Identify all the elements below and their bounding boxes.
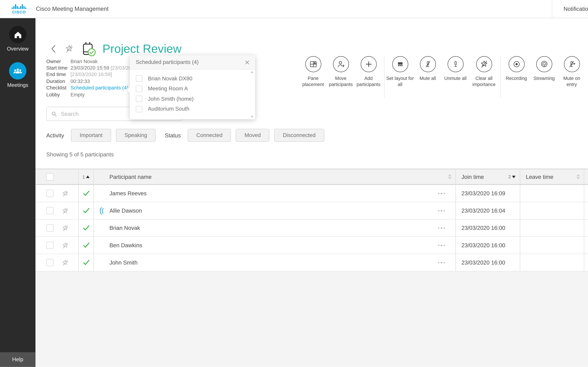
meeting-importance-toggle[interactable]: [64, 44, 74, 54]
scheduled-participant-name: Meeting Room A: [148, 86, 188, 92]
sidebar: Overview Meetings Help: [0, 18, 35, 367]
connected-check-icon: [83, 260, 89, 265]
importance-toggle-icon[interactable]: [61, 224, 69, 232]
top-bar: CISCO Cisco Meeting Management Notificat…: [0, 0, 588, 18]
participant-checkbox[interactable]: [136, 106, 142, 112]
help-button[interactable]: Help: [0, 352, 35, 367]
mute-on-entry-button[interactable]: Mute on entry: [558, 56, 586, 87]
sort-toggle-icon[interactable]: [577, 174, 580, 179]
pane-placement-button[interactable]: Pane placement: [299, 56, 327, 87]
participant-name: Brian Novak: [109, 225, 140, 231]
table-row: Ben Dawkins 23/03/2020 16:00: [35, 237, 588, 254]
participant-name: James Reeves: [109, 190, 146, 197]
participants-summary: Showing 5 of 5 participants: [46, 151, 114, 158]
row-checkbox[interactable]: [46, 242, 54, 249]
mic-muted-icon: [423, 59, 432, 69]
chevron-left-icon: [50, 44, 58, 54]
row-menu-button[interactable]: [438, 210, 445, 211]
set-layout-for-all-button[interactable]: Set layout for all: [386, 56, 414, 87]
row-checkbox[interactable]: [46, 190, 54, 197]
filter-connected-button[interactable]: Connected: [188, 129, 231, 142]
clear-all-importance-button[interactable]: Clear all importance: [469, 56, 499, 87]
app-root: CISCO Cisco Meeting Management Notificat…: [0, 0, 588, 367]
search-icon: [51, 110, 57, 117]
participant-checkbox[interactable]: [136, 75, 142, 82]
streaming-button[interactable]: Streaming: [530, 56, 558, 81]
unmute-all-button[interactable]: Unmute all: [442, 56, 469, 81]
filter-speaking-button[interactable]: Speaking: [116, 129, 156, 142]
sidebar-item-overview[interactable]: Overview: [0, 26, 35, 52]
sidebar-item-meetings[interactable]: Meetings: [0, 62, 35, 88]
leave-time-column-header[interactable]: Leave time: [520, 169, 584, 184]
join-time-column-header[interactable]: Join time 2: [455, 169, 520, 184]
row-menu-button[interactable]: [438, 262, 445, 263]
scheduled-participant-name: John Smith (home): [148, 96, 194, 102]
row-checkbox[interactable]: [46, 224, 54, 232]
participant-name: John Smith: [109, 259, 137, 266]
sort-toggle-icon[interactable]: [448, 174, 452, 179]
filter-important-button[interactable]: Important: [71, 129, 111, 142]
connected-check-icon: [83, 242, 89, 248]
cisco-logo: CISCO: [12, 4, 26, 14]
participant-name-column-header[interactable]: Participant name: [93, 169, 455, 184]
detail-label: End time: [46, 72, 70, 77]
table-row: James Reeves 23/03/2020 16:09: [35, 185, 588, 202]
scheduled-participants-link[interactable]: Scheduled participants (4): [70, 85, 128, 90]
mic-icon: [451, 59, 460, 69]
lock-button[interactable]: Lock: [586, 56, 588, 81]
filter-bar: Activity Important Speaking Status Conne…: [46, 129, 329, 142]
sort-asc-icon: [86, 175, 90, 178]
home-icon: [14, 31, 22, 38]
speaking-icon: [99, 207, 104, 215]
join-time: 23/03/2020 16:00: [461, 259, 505, 266]
mic-muted-entry-icon: [567, 59, 576, 69]
status-column-header[interactable]: 1: [78, 169, 94, 184]
join-time: 23/03/2020 16:00: [461, 242, 505, 248]
close-icon[interactable]: [244, 59, 250, 65]
filter-moved-button[interactable]: Moved: [236, 129, 269, 142]
importance-toggle-icon[interactable]: [61, 190, 69, 197]
participant-checkbox[interactable]: [136, 96, 142, 102]
row-checkbox[interactable]: [46, 259, 54, 266]
notifications-button[interactable]: Notifications: [552, 0, 588, 18]
select-all-checkbox[interactable]: [46, 173, 54, 181]
table-row: Allie Dawson 23/03/2020 16:04: [35, 202, 588, 219]
table-row: Brian Novak 23/03/2020 16:00: [35, 219, 588, 237]
row-menu-button[interactable]: [438, 245, 445, 246]
detail-value-lobby: Empty: [70, 92, 85, 97]
importance-toggle-icon[interactable]: [61, 241, 69, 249]
detail-label: Checklist: [46, 85, 70, 90]
popup-list-item: John Smith (home): [136, 94, 249, 104]
plus-icon: [364, 59, 373, 69]
mute-all-button[interactable]: Mute all: [414, 56, 442, 81]
main-content: Project Review OwnerBrian Novak Start ti…: [35, 18, 588, 367]
join-time: 23/03/2020 16:00: [461, 225, 505, 231]
popup-list-item: Brian Novak DX80: [136, 74, 249, 83]
detail-label: Lobby: [46, 92, 70, 97]
row-menu-button[interactable]: [438, 227, 445, 229]
connected-check-icon: [83, 191, 89, 196]
popup-scroll-down-arrow[interactable]: [251, 116, 253, 118]
filter-disconnected-button[interactable]: Disconnected: [274, 129, 324, 142]
back-button[interactable]: [50, 44, 58, 54]
record-icon: [512, 59, 521, 69]
importance-toggle-icon[interactable]: [61, 207, 69, 215]
move-participants-icon: [336, 59, 345, 69]
importance-toggle-icon[interactable]: [61, 259, 69, 267]
participants-table: 1 Participant name Join time 2 Leave tim…: [35, 168, 588, 271]
connected-check-icon: [83, 208, 89, 214]
participant-checkbox[interactable]: [136, 85, 142, 92]
popup-title: Scheduled participants (4): [136, 59, 244, 65]
meeting-details: OwnerBrian Novak Start time23/03/2020 15…: [46, 58, 137, 98]
popup-scroll-up-arrow[interactable]: [251, 71, 253, 73]
app-title: Cisco Meeting Management: [36, 6, 109, 12]
row-menu-button[interactable]: [438, 193, 445, 194]
add-participants-button[interactable]: Add participants: [355, 56, 382, 87]
layout-icon: [395, 59, 405, 69]
recording-button[interactable]: Recording: [503, 56, 530, 81]
toolbar-divider: [384, 56, 384, 98]
move-participants-button[interactable]: Move participants: [327, 56, 355, 87]
scheduled-participants-popup: Scheduled participants (4) Brian Novak D…: [130, 55, 255, 119]
row-checkbox[interactable]: [46, 207, 54, 215]
pane-placement-icon: [309, 59, 318, 69]
